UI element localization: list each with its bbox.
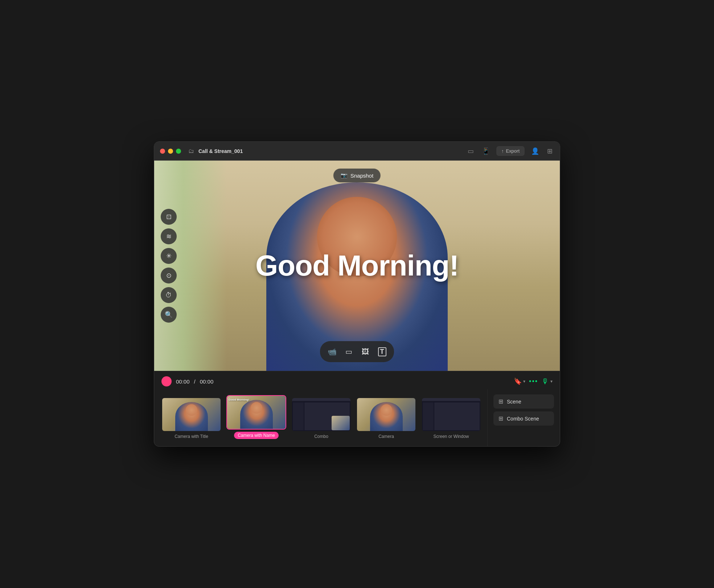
- focus-tool-button[interactable]: ⊙: [161, 268, 177, 283]
- export-label: Export: [506, 148, 520, 154]
- window-icon: ▭: [345, 347, 352, 356]
- video-camera-icon: 📹: [328, 347, 337, 356]
- scenes-area: Camera with Title Good Morning! Camera w…: [154, 389, 487, 446]
- image-button[interactable]: 🖼: [358, 344, 373, 359]
- lines-icon: ≋: [166, 232, 172, 240]
- crop-icon: ⊡: [166, 213, 172, 221]
- left-toolbar: ⊡ ≋ ✳ ⊙ ⏱ 🔍: [161, 209, 177, 323]
- close-button[interactable]: [160, 149, 165, 154]
- preview-bottom-toolbar: 📹 ▭ 🖼 T: [320, 341, 394, 362]
- zoom-tool-button[interactable]: 🔍: [161, 307, 177, 323]
- bookmark-icon: 🔖: [514, 377, 522, 385]
- timer-current: 00:00: [176, 378, 190, 385]
- layout-icon[interactable]: ⊞: [546, 146, 554, 157]
- folder-icon: 🗂: [188, 148, 194, 154]
- focus-icon: ⊙: [166, 272, 172, 279]
- bookmark-chevron: ▾: [523, 379, 525, 384]
- app-window: 🗂 Call & Stream_001 ▭ 📱 ↑ Export 👤 ⊞ Goo…: [154, 141, 560, 447]
- status-bar: 00:00 / 00:00 🔖 ▾ ••• 🎙 ▾: [154, 371, 560, 389]
- titlebar: 🗂 Call & Stream_001 ▭ 📱 ↑ Export 👤 ⊞: [154, 142, 560, 161]
- add-scene-icon: ⊞: [498, 398, 503, 405]
- timer-total: 00:00: [200, 378, 214, 385]
- scene-screen-or-window[interactable]: Screen or Window: [421, 397, 481, 439]
- more-options-button[interactable]: •••: [529, 378, 538, 385]
- clock-icon: ⏱: [165, 291, 172, 299]
- microphone-button[interactable]: 🎙 ▾: [542, 377, 553, 386]
- scene-screen-or-window-label: Screen or Window: [433, 434, 469, 439]
- phone-icon[interactable]: 📱: [480, 146, 491, 157]
- sparkle-icon: ✳: [166, 252, 172, 260]
- snapshot-label: Snapshot: [350, 173, 373, 179]
- add-scene-button[interactable]: ⊞ Scene: [493, 394, 554, 409]
- thumb-camera-image: [356, 397, 416, 432]
- scene-camera-with-name[interactable]: Good Morning! Camera with Name: [226, 395, 286, 439]
- lines-tool-button[interactable]: ≋: [161, 228, 177, 244]
- clock-tool-button[interactable]: ⏱: [161, 287, 177, 303]
- camera-icon: 📷: [341, 172, 348, 179]
- export-button[interactable]: ↑ Export: [496, 146, 525, 156]
- user-icon[interactable]: 👤: [530, 146, 541, 157]
- scene-camera-with-title-label: Camera with Title: [175, 434, 208, 439]
- add-combo-scene-button[interactable]: ⊞ Combo Scene: [493, 411, 554, 426]
- minimize-button[interactable]: [168, 149, 173, 154]
- minimize-icon[interactable]: ▭: [466, 146, 475, 157]
- text-box-icon: T: [378, 347, 386, 356]
- mic-chevron: ▾: [550, 379, 553, 384]
- pointer-tool-button[interactable]: ✳: [161, 248, 177, 264]
- scene-button-label: Scene: [507, 399, 521, 405]
- export-icon: ↑: [501, 148, 504, 154]
- combo-ui-preview: [292, 398, 350, 431]
- crop-tool-button[interactable]: ⊡: [161, 209, 177, 225]
- main-content-area: Camera with Title Good Morning! Camera w…: [154, 389, 560, 446]
- snapshot-button[interactable]: 📷 Snapshot: [333, 169, 381, 182]
- image-icon: 🖼: [362, 348, 369, 356]
- thumb-screen-or-window-image: [421, 397, 481, 432]
- maximize-button[interactable]: [176, 149, 181, 154]
- microphone-icon: 🎙: [542, 377, 549, 386]
- window-title: Call & Stream_001: [198, 148, 462, 154]
- search-icon: 🔍: [165, 311, 173, 319]
- titlebar-controls: ▭ 📱 ↑ Export 👤 ⊞: [466, 146, 554, 157]
- scene-combo[interactable]: Combo: [291, 397, 351, 439]
- thumb-camera-with-title-image: [161, 397, 221, 432]
- scene-combo-label: Combo: [314, 434, 328, 439]
- scene-camera-label: Camera: [378, 434, 394, 439]
- bottom-bar-right: 🔖 ▾ ••• 🎙 ▾: [514, 377, 553, 386]
- combo-scene-button-label: Combo Scene: [507, 416, 539, 422]
- scene-camera-with-title[interactable]: Camera with Title: [161, 397, 221, 439]
- screen-ui-preview: [422, 398, 480, 431]
- thumb-combo-image: [291, 397, 351, 432]
- scene-thumbnails: Camera with Title Good Morning! Camera w…: [161, 395, 480, 439]
- add-combo-scene-icon: ⊞: [498, 415, 503, 422]
- preview-area: Good Morning! 📷 Snapshot ⊡ ≋ ✳ ⊙ ⏱: [154, 161, 560, 371]
- record-indicator: [161, 376, 172, 386]
- traffic-lights: [160, 149, 181, 154]
- thumb-camera-with-name-image: Good Morning!: [226, 395, 286, 430]
- dots-icon: •••: [529, 378, 538, 385]
- scene-camera[interactable]: Camera: [356, 397, 416, 439]
- timer-separator: /: [194, 378, 196, 385]
- right-panel: ⊞ Scene ⊞ Combo Scene: [487, 389, 560, 446]
- person-head: [317, 197, 397, 277]
- text-box-button[interactable]: T: [374, 344, 390, 359]
- scene-camera-with-name-label: Camera with Name: [234, 432, 279, 439]
- bookmark-button[interactable]: 🔖 ▾: [514, 377, 525, 385]
- window-button[interactable]: ▭: [341, 344, 356, 359]
- video-camera-button[interactable]: 📹: [324, 344, 340, 359]
